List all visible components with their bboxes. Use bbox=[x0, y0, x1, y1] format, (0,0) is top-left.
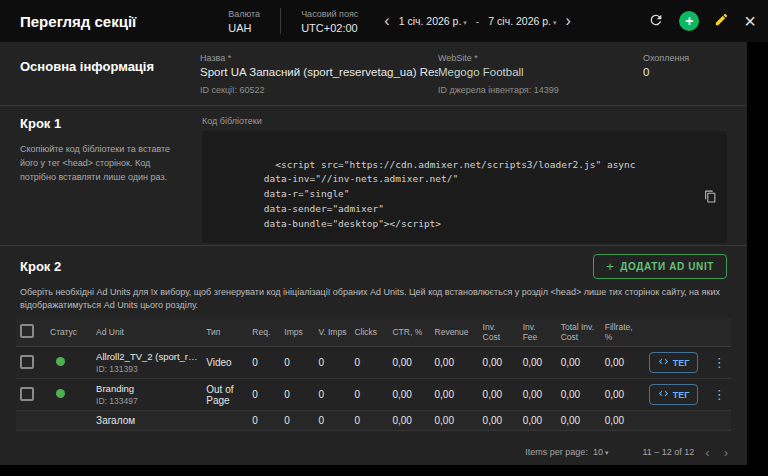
copy-icon bbox=[652, 191, 717, 221]
prev-period-button[interactable]: ‹ bbox=[382, 13, 391, 29]
chevron-down-icon: ▾ bbox=[463, 19, 467, 26]
cell-ctr: 0,00 bbox=[388, 379, 430, 411]
table-header-row: Статус Ad Unit Тип Req. Imps V. Imps Cli… bbox=[16, 318, 731, 347]
cell-imps: 0 bbox=[280, 347, 314, 379]
col-header-ad-unit: Ad Unit bbox=[92, 318, 202, 347]
next-period-button[interactable]: › bbox=[564, 13, 573, 29]
section-id: ID секції: 60522 bbox=[200, 85, 438, 95]
plus-icon: + bbox=[679, 11, 699, 31]
divider bbox=[280, 8, 281, 34]
chevron-down-icon: ▾ bbox=[605, 449, 609, 456]
basic-info-section: Основна інформація Назва * Sport UA Запа… bbox=[0, 42, 747, 106]
total-revenue: 0,00 bbox=[431, 411, 479, 431]
cell-clicks: 0 bbox=[350, 347, 388, 379]
col-header-clicks: Clicks bbox=[350, 318, 388, 347]
topbar-meta: Валюта UAH Часовий пояс UTC+02:00 bbox=[228, 8, 358, 34]
cell-type: Out of Page bbox=[202, 379, 248, 411]
currency-label: Валюта bbox=[228, 9, 260, 19]
reach-value: 0 bbox=[643, 66, 689, 78]
ad-unit-name: Allroll2_TV_2 (sport_reservet... bbox=[96, 351, 198, 362]
cell-v-imps: 0 bbox=[314, 347, 350, 379]
cell-v-imps: 0 bbox=[314, 379, 350, 411]
date-separator: - bbox=[476, 15, 480, 27]
cell-fillrate: 0,00 bbox=[601, 347, 645, 379]
section-view-panel: Основна інформація Назва * Sport UA Запа… bbox=[0, 42, 747, 465]
step1-description: Скопіюйте код бібліотеки та вставте його… bbox=[20, 143, 186, 185]
items-per-page-label: Items per page: bbox=[525, 447, 588, 457]
reach-field: Охоплення 0 bbox=[643, 53, 689, 105]
next-page-button[interactable]: › bbox=[721, 445, 731, 460]
library-code-block: <script src="https://cdn.admixer.net/scr… bbox=[202, 131, 727, 243]
name-label: Назва * bbox=[200, 53, 438, 63]
date-to-dropdown[interactable]: 7 січ. 2026 р.▾ bbox=[488, 15, 556, 27]
name-value: Sport UA Запасний (sport_reservetag_ua) … bbox=[200, 66, 438, 78]
col-header-inv-cost: Inv. Cost bbox=[479, 318, 519, 347]
screen: Перегляд секції Валюта UAH Часовий пояс … bbox=[0, 0, 768, 476]
edit-button[interactable] bbox=[714, 12, 729, 30]
total-inv-fee: 0,00 bbox=[519, 411, 557, 431]
date-from-dropdown[interactable]: 1 січ. 2026 р.▾ bbox=[399, 15, 467, 27]
cell-inv-cost: 0,00 bbox=[479, 347, 519, 379]
table-row: Branding ID: 133497 Out of Page 0 0 0 0 … bbox=[16, 379, 731, 411]
basic-info-heading: Основна інформація bbox=[20, 53, 200, 105]
reach-label: Охоплення bbox=[643, 53, 689, 63]
pagination-footer: Items per page: 10▾ 11 – 12 of 12 ‹ › bbox=[0, 439, 747, 465]
step1-section: Крок 1 Скопіюйте код бібліотеки та встав… bbox=[0, 106, 747, 246]
ad-units-table: Статус Ad Unit Тип Req. Imps V. Imps Cli… bbox=[16, 318, 731, 431]
pencil-icon bbox=[714, 12, 729, 30]
step2-description: Оберіть необхідні Ad Units для їх вибору… bbox=[16, 286, 731, 312]
cell-revenue: 0,00 bbox=[431, 379, 479, 411]
timezone-value: UTC+02:00 bbox=[301, 22, 358, 34]
code-icon bbox=[658, 388, 669, 401]
cell-type: Video bbox=[202, 347, 248, 379]
add-button[interactable]: + bbox=[679, 11, 699, 31]
select-row-checkbox[interactable] bbox=[20, 355, 34, 369]
website-value: Megogo Football bbox=[438, 66, 643, 78]
website-label: WebSite * bbox=[438, 53, 643, 63]
prev-page-button[interactable]: ‹ bbox=[702, 445, 712, 460]
cell-total-inv-cost: 0,00 bbox=[557, 347, 601, 379]
currency-block: Валюта UAH bbox=[228, 9, 260, 34]
cell-ctr: 0,00 bbox=[388, 347, 430, 379]
copy-code-button[interactable] bbox=[652, 160, 717, 236]
library-code: <script src="https://cdn.admixer.net/scr… bbox=[218, 159, 636, 229]
select-all-checkbox[interactable] bbox=[20, 324, 34, 338]
topbar-actions: + × bbox=[648, 11, 756, 31]
items-per-page-select[interactable]: 10▾ bbox=[593, 447, 609, 457]
total-inv-cost: 0,00 bbox=[479, 411, 519, 431]
cell-inv-cost: 0,00 bbox=[479, 379, 519, 411]
total-ctr: 0,00 bbox=[388, 411, 430, 431]
close-button[interactable]: × bbox=[744, 11, 756, 31]
status-dot bbox=[56, 389, 65, 398]
row-menu-button[interactable]: ⋮ bbox=[709, 387, 730, 402]
step2-section: Крок 2 + ДОДАТИ AD UNIT Оберіть необхідн… bbox=[0, 246, 747, 439]
col-header-total-inv-cost: Total Inv. Cost bbox=[557, 318, 601, 347]
cell-clicks: 0 bbox=[350, 379, 388, 411]
col-header-v-imps: V. Imps bbox=[314, 318, 350, 347]
total-label: Загалом bbox=[92, 411, 202, 431]
add-ad-unit-button[interactable]: + ДОДАТИ AD UNIT bbox=[593, 254, 727, 279]
col-header-type: Тип bbox=[202, 318, 248, 347]
date-range-control: ‹ 1 січ. 2026 р.▾ - 7 січ. 2026 р.▾ › bbox=[382, 13, 573, 29]
ad-unit-id: ID: 133497 bbox=[96, 396, 198, 406]
page-title: Перегляд секції bbox=[20, 13, 136, 30]
select-row-checkbox[interactable] bbox=[20, 387, 34, 401]
pagination-range: 11 – 12 of 12 bbox=[642, 447, 694, 457]
timezone-label: Часовий пояс bbox=[301, 9, 358, 19]
col-header-req: Req. bbox=[248, 318, 280, 347]
step2-heading: Крок 2 bbox=[20, 259, 61, 274]
close-icon: × bbox=[744, 11, 756, 31]
status-dot bbox=[56, 357, 65, 366]
step1-heading: Крок 1 bbox=[20, 116, 186, 131]
tag-button[interactable]: ТЕГ bbox=[649, 352, 699, 373]
refresh-button[interactable] bbox=[648, 12, 664, 31]
total-req: 0 bbox=[248, 411, 280, 431]
cell-imps: 0 bbox=[280, 379, 314, 411]
row-menu-button[interactable]: ⋮ bbox=[709, 355, 730, 370]
col-header-inv-fee: Inv. Fee bbox=[519, 318, 557, 347]
plus-icon: + bbox=[606, 260, 614, 273]
tag-button[interactable]: ТЕГ bbox=[649, 384, 699, 405]
name-field: Назва * Sport UA Запасний (sport_reserve… bbox=[200, 53, 438, 105]
code-label: Код бібліотеки bbox=[202, 116, 727, 126]
inventory-source-id: ID джерела інвентаря: 14399 bbox=[438, 85, 643, 95]
